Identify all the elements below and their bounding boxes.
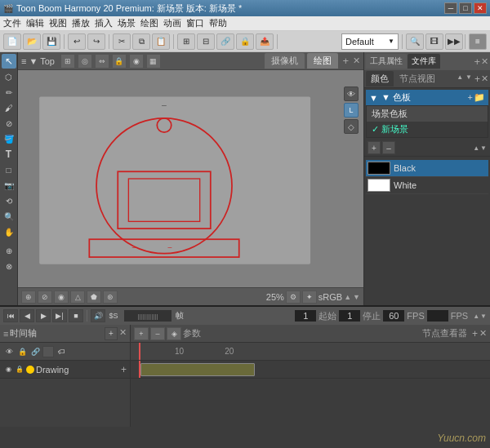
tl-add-btn[interactable]: + (105, 327, 118, 340)
canvas-area[interactable]: 👁 L ◇ – (18, 70, 363, 287)
rp-add-btn[interactable]: + (474, 55, 480, 68)
tl-arrow-up[interactable]: ▲ (473, 313, 479, 320)
tool-btn-b[interactable]: ⊘ (38, 291, 52, 304)
add-view-btn[interactable]: + (342, 55, 349, 67)
toolbar-extra-btn[interactable]: ≡ (469, 33, 487, 50)
toolbar-search-btn[interactable]: 🔍 (406, 33, 424, 50)
pt-minus-btn[interactable]: – (382, 141, 395, 154)
sound-btn[interactable]: $S (107, 309, 120, 322)
toolbar-render-btn[interactable]: 🎞 (425, 33, 443, 50)
sym-btn[interactable]: ⇔ (95, 54, 109, 69)
tl-close-btn[interactable]: ✕ (119, 327, 127, 340)
layer-icon[interactable]: L (344, 103, 359, 118)
shape-tool[interactable]: □ (2, 162, 16, 177)
play-prev-btn[interactable]: ◀ (20, 309, 34, 322)
pt-arrow-down[interactable]: ▼ (480, 144, 487, 152)
cut-button[interactable]: ✂ (113, 33, 131, 50)
rp-close-btn[interactable]: ✕ (481, 56, 488, 67)
menu-view[interactable]: 视图 (49, 17, 67, 29)
panel-close-btn[interactable]: ✕ (481, 73, 488, 85)
menu-file[interactable]: 文件 (3, 17, 21, 29)
tl-tool-3[interactable]: ◈ (167, 327, 181, 340)
tc-link[interactable]: 🔗 (29, 346, 41, 357)
open-button[interactable]: 📂 (23, 33, 41, 50)
track-row-drawing[interactable]: ◉ 🔒 Drawing + (0, 361, 130, 379)
play-btn[interactable]: ▶ (36, 309, 51, 322)
panel-menu-icon[interactable]: ≡ (21, 56, 26, 66)
paste-button[interactable]: 📋 (152, 33, 170, 50)
camera-tool[interactable]: 📷 (2, 178, 16, 193)
palette-item-scene[interactable]: 场景色板 (367, 106, 488, 122)
nav-up-btn[interactable]: ▲ (344, 293, 351, 301)
redo-button[interactable]: ↪ (87, 33, 105, 50)
toolbar-btn5[interactable]: 📤 (256, 33, 274, 50)
save-button[interactable]: 💾 (42, 33, 60, 50)
hand-tool[interactable]: ✋ (2, 224, 16, 239)
panel-up-btn[interactable]: ▲ (456, 73, 464, 85)
play-stop-btn[interactable]: ■ (69, 309, 83, 322)
pivot-tool[interactable]: ⊗ (2, 259, 16, 273)
view-btn2[interactable]: ▦ (146, 54, 161, 69)
menu-play[interactable]: 播放 (72, 17, 90, 29)
palette-section-header[interactable]: ▼ ▼ 色板 + 📁 (366, 90, 488, 105)
palette-item-new-scene[interactable]: ✓ 新场景 (367, 122, 488, 137)
tl-tool-2[interactable]: – (150, 327, 165, 340)
tool-btn-a[interactable]: ⊕ (21, 291, 36, 304)
close-view-btn[interactable]: ✕ (353, 55, 360, 66)
workspace-dropdown[interactable]: Default ▼ (341, 33, 399, 50)
menu-edit[interactable]: 编辑 (26, 17, 44, 29)
onion-btn[interactable]: ◎ (78, 54, 92, 69)
tc-tag[interactable]: 🏷 (56, 346, 67, 357)
tc-eye[interactable]: 👁 (3, 346, 15, 357)
brush-tool[interactable]: 🖌 (2, 100, 16, 115)
play-rewind-btn[interactable]: ⏮ (3, 309, 18, 322)
play-next-btn[interactable]: ▶| (52, 309, 67, 322)
menu-scene[interactable]: 场景 (118, 17, 136, 29)
new-file-button[interactable]: 📄 (3, 33, 21, 50)
paint-tool[interactable]: 🪣 (2, 131, 16, 146)
track-lock-btn[interactable]: 🔒 (15, 365, 24, 375)
toolbar-btn4[interactable]: 🔒 (236, 33, 254, 50)
contour-tool[interactable]: ⬡ (2, 69, 16, 84)
menu-draw[interactable]: 绘图 (140, 17, 158, 29)
node-view-close[interactable]: ✕ (479, 328, 487, 339)
zoom-settings-btn[interactable]: ⚙ (286, 291, 301, 304)
tl-arrow-down[interactable]: ▼ (480, 313, 487, 320)
track-content-row[interactable] (131, 361, 490, 379)
select-tool[interactable]: ↖ (2, 54, 16, 69)
color-entry-white[interactable]: White (366, 177, 488, 194)
toolbar-btn2[interactable]: ⊟ (197, 33, 215, 50)
text-tool[interactable]: T (2, 147, 16, 162)
start-frame-input[interactable] (338, 309, 361, 322)
tab-node-view[interactable]: 节点视图 (394, 71, 440, 86)
tab-file-library[interactable]: 文件库 (408, 54, 440, 69)
menu-window[interactable]: 窗口 (186, 17, 204, 29)
transform-tool[interactable]: ⟲ (2, 193, 16, 208)
color-entry-black[interactable]: Black (366, 160, 488, 177)
toolbar-btn1[interactable]: ⊞ (177, 33, 195, 50)
tool-btn-f[interactable]: ⊛ (103, 291, 118, 304)
copy-button[interactable]: ⧉ (132, 33, 150, 50)
palette-folder-btn[interactable]: 📁 (474, 92, 485, 103)
tc-square[interactable] (42, 346, 54, 357)
minimize-button[interactable]: ─ (444, 2, 457, 14)
render-btn[interactable]: ✦ (302, 291, 317, 304)
eraser-tool[interactable]: ⊘ (2, 116, 16, 131)
maximize-button[interactable]: □ (459, 2, 472, 14)
view-btn1[interactable]: ◉ (129, 54, 144, 69)
stop-frame-input[interactable] (382, 309, 405, 322)
eye-icon[interactable]: 👁 (344, 86, 359, 101)
tool-btn-d[interactable]: △ (70, 291, 85, 304)
tc-lock[interactable]: 🔒 (16, 346, 28, 357)
tab-colors[interactable]: 颜色 (366, 71, 394, 86)
menu-insert[interactable]: 插入 (95, 17, 113, 29)
tab-camera[interactable]: 摄像机 (265, 53, 305, 69)
palette-add-btn[interactable]: + (468, 92, 473, 103)
pt-arrow-up[interactable]: ▲ (473, 144, 479, 152)
volume-btn[interactable]: 🔊 (91, 309, 105, 322)
tab-tool-properties[interactable]: 工具属性 (366, 54, 407, 69)
toolbar-more-btn[interactable]: ▶▶ (445, 33, 463, 50)
panel-add-btn[interactable]: + (474, 73, 480, 85)
current-frame-input[interactable] (294, 309, 317, 322)
menu-anim[interactable]: 动画 (163, 17, 181, 29)
